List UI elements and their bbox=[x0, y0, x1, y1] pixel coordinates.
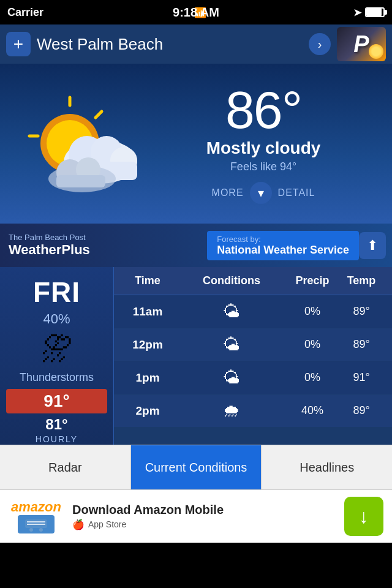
share-icon: ⬆ bbox=[367, 238, 378, 254]
carrier-label: Carrier bbox=[7, 6, 43, 19]
day-precip-chance: 40% bbox=[43, 311, 70, 327]
day-summary-panel: FRI 40% ⛈ Thunderstorms 91° 81° HOURLY bbox=[0, 267, 114, 445]
apple-icon: 🍎 bbox=[72, 519, 85, 530]
amazon-text: amazon bbox=[11, 499, 61, 515]
hourly-section: FRI 40% ⛈ Thunderstorms 91° 81° HOURLY T… bbox=[0, 267, 392, 445]
weatherplus-brand: WeatherPlus bbox=[9, 242, 90, 258]
row-condition-icon: 🌧 bbox=[175, 401, 288, 421]
row-precip: 0% bbox=[288, 338, 337, 351]
weather-main-section: 86° Mostly cloudy Feels like 94° MORE ▾ … bbox=[0, 64, 392, 223]
logo-p-letter: P bbox=[353, 31, 369, 58]
feels-like-text: Feels like 94° bbox=[149, 160, 377, 173]
table-row: 12pm 🌤 0% 89° bbox=[114, 328, 392, 361]
row-temp: 89° bbox=[337, 338, 386, 351]
forecast-by-value: National Weather Service bbox=[217, 244, 349, 257]
more-detail-row: MORE ▾ DETAIL bbox=[149, 182, 377, 204]
row-time: 2pm bbox=[120, 404, 175, 418]
hourly-table-header: Time Conditions Precip Temp bbox=[114, 267, 392, 295]
row-precip: 40% bbox=[288, 404, 337, 417]
detail-label: DETAIL bbox=[278, 187, 315, 198]
hourly-sublabel: HOURLY bbox=[36, 434, 78, 444]
forecast-by-panel: Forecast by: National Weather Service bbox=[207, 231, 359, 260]
detail-expand-button[interactable]: ▾ bbox=[250, 182, 272, 204]
weather-info-panel: 86° Mostly cloudy Feels like 94° MORE ▾ … bbox=[149, 83, 377, 204]
ad-download-button[interactable]: ↓ bbox=[344, 497, 383, 536]
status-bar: Carrier 📶 9:18 AM ➤ bbox=[0, 0, 392, 24]
more-label: MORE bbox=[212, 187, 244, 198]
city-navigate-button[interactable]: › bbox=[309, 33, 331, 55]
svg-point-18 bbox=[39, 528, 43, 532]
col-conditions: Conditions bbox=[175, 274, 288, 287]
forecast-by-label: Forecast by: bbox=[217, 235, 349, 244]
col-precip: Precip bbox=[288, 274, 337, 287]
table-row: 2pm 🌧 40% 89° bbox=[114, 394, 392, 428]
svg-rect-13 bbox=[56, 175, 105, 187]
day-high-temp: 91° bbox=[6, 389, 107, 413]
row-temp: 91° bbox=[337, 371, 386, 384]
row-condition-icon: 🌤 bbox=[175, 301, 288, 322]
row-precip: 0% bbox=[288, 305, 337, 318]
add-city-button[interactable]: + bbox=[6, 32, 31, 56]
day-condition-icon: ⛈ bbox=[41, 331, 73, 368]
tab-headlines[interactable]: Headlines bbox=[262, 445, 392, 489]
row-condition-icon: 🌤 bbox=[175, 368, 288, 388]
post-text: The Palm Beach Post bbox=[9, 233, 86, 242]
table-row: 11am 🌤 0% 89° bbox=[114, 295, 392, 328]
header-bar: + West Palm Beach › P bbox=[0, 24, 392, 64]
row-time: 11am bbox=[120, 305, 175, 318]
ad-banner[interactable]: amazon Download Amazon Mobile 🍎 App Stor… bbox=[0, 490, 392, 543]
svg-point-17 bbox=[29, 528, 33, 532]
weatherplus-logo: The Palm Beach Post WeatherPlus bbox=[9, 233, 90, 258]
weatherplus-banner: The Palm Beach Post WeatherPlus Forecast… bbox=[0, 223, 392, 267]
tab-bar: Radar Current Conditions Headlines bbox=[0, 445, 392, 490]
day-low-temp: 81° bbox=[45, 416, 67, 433]
battery-icon bbox=[365, 7, 385, 17]
weather-condition-icon bbox=[15, 82, 149, 205]
amazon-cart-icon bbox=[18, 515, 55, 533]
hourly-table: Time Conditions Precip Temp 11am 🌤 0% 89… bbox=[114, 267, 392, 445]
time-label: 9:18 AM bbox=[173, 6, 219, 20]
row-time: 1pm bbox=[120, 371, 175, 385]
ad-subtitle: 🍎 App Store bbox=[72, 519, 336, 530]
svg-line-3 bbox=[96, 111, 102, 118]
row-condition-icon: 🌤 bbox=[175, 334, 288, 355]
row-temp: 89° bbox=[337, 305, 386, 318]
city-name: West Palm Beach bbox=[37, 35, 303, 54]
table-row: 1pm 🌤 0% 91° bbox=[114, 361, 392, 394]
ad-title: Download Amazon Mobile bbox=[72, 503, 336, 517]
row-time: 12pm bbox=[120, 338, 175, 352]
status-right: ➤ bbox=[353, 7, 385, 18]
row-temp: 89° bbox=[337, 404, 386, 417]
row-precip: 0% bbox=[288, 371, 337, 384]
day-condition-text: Thunderstorms bbox=[20, 371, 94, 384]
logo-sun-icon bbox=[369, 44, 383, 59]
tab-current-conditions[interactable]: Current Conditions bbox=[131, 445, 262, 489]
col-temp: Temp bbox=[337, 274, 386, 287]
download-arrow-icon: ↓ bbox=[359, 505, 369, 528]
temperature-display: 86° bbox=[149, 83, 377, 136]
amazon-logo: amazon bbox=[9, 499, 64, 533]
day-label: FRI bbox=[33, 276, 80, 309]
col-time: Time bbox=[120, 274, 175, 287]
condition-text: Mostly cloudy bbox=[149, 138, 377, 158]
ad-text: Download Amazon Mobile 🍎 App Store bbox=[72, 503, 336, 530]
svg-rect-14 bbox=[25, 519, 47, 528]
share-button[interactable]: ⬆ bbox=[359, 232, 386, 259]
location-icon: ➤ bbox=[353, 7, 361, 18]
tab-radar[interactable]: Radar bbox=[0, 445, 131, 489]
ad-store-label: App Store bbox=[88, 519, 126, 529]
palm-beach-post-logo[interactable]: P bbox=[337, 27, 386, 61]
